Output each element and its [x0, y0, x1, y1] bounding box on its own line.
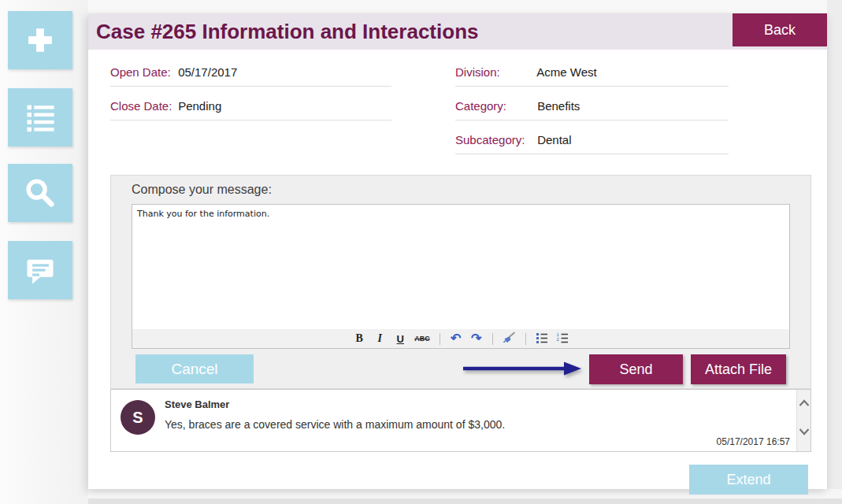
underline-icon: U [397, 333, 404, 345]
field-value: Benefits [537, 99, 580, 113]
brush-icon [503, 332, 516, 346]
toolbar-separator [440, 333, 440, 345]
numbered-list-icon: 12 [556, 332, 569, 346]
chevron-up-icon [799, 398, 810, 410]
bold-button[interactable]: B [351, 331, 367, 346]
page-footer-edge [0, 498, 842, 504]
field-value: 05/17/2017 [178, 65, 237, 79]
message-author: Steve Balmer [165, 398, 229, 410]
sidebar-item-add[interactable] [8, 11, 72, 69]
format-brush-button[interactable] [501, 331, 517, 346]
field-row-category: Category: Benefits [455, 94, 729, 120]
list-icon [23, 100, 57, 135]
case-detail-page: Case #265 Information and Interactions B… [0, 0, 842, 504]
underline-button[interactable]: U [392, 331, 408, 346]
page-background-right [827, 0, 842, 504]
redo-icon: ↷ [471, 332, 481, 345]
field-row-subcategory: Subcategory: Dental [455, 128, 729, 154]
toolbar-separator [492, 333, 493, 345]
bullet-list-icon [536, 332, 548, 346]
strikethrough-button[interactable]: ABC [413, 331, 432, 346]
case-card: Case #265 Information and Interactions B… [88, 13, 827, 489]
sidebar-item-messages[interactable] [8, 241, 72, 299]
editor-toolbar: B I U ABC ↶ ↷ [132, 329, 790, 349]
message-text: Yes, braces are a covered service with a… [165, 418, 505, 431]
back-button[interactable]: Back [733, 13, 827, 46]
send-button[interactable]: Send [589, 354, 683, 384]
message-scrollbar[interactable] [796, 390, 810, 451]
toolbar-separator [525, 333, 526, 345]
extend-button[interactable]: Extend [689, 465, 808, 495]
sidebar-item-case-list[interactable] [8, 88, 72, 146]
undo-icon: ↶ [451, 332, 461, 345]
svg-text:2: 2 [556, 337, 559, 342]
field-value: Acme West [536, 65, 596, 79]
sidebar [0, 0, 88, 504]
compose-panel: Compose your message: Thank you for the … [110, 175, 811, 389]
field-label: Close Date: [110, 94, 175, 118]
strikethrough-icon: ABC [414, 335, 430, 343]
case-header: Case #265 Information and Interactions [88, 13, 827, 50]
bullet-list-button[interactable] [534, 331, 550, 346]
cancel-button[interactable]: Cancel [135, 354, 254, 384]
page-title: Case #265 Information and Interactions [96, 13, 478, 50]
chevron-down-icon [799, 426, 810, 438]
field-row-open-date: Open Date: 05/17/2017 [110, 61, 391, 87]
message-timestamp: 05/17/2017 16:57 [717, 436, 790, 447]
attach-file-button[interactable]: Attach File [691, 354, 786, 384]
avatar: S [121, 400, 155, 435]
search-icon [23, 176, 57, 210]
plus-icon [23, 23, 57, 57]
scroll-up-button[interactable] [797, 396, 811, 410]
sidebar-item-search[interactable] [8, 164, 72, 222]
italic-icon: I [378, 332, 382, 345]
interaction-list: S Steve Balmer Yes, braces are a covered… [110, 389, 811, 452]
message-editor[interactable]: Thank you for the information. [132, 204, 790, 330]
field-label: Category: [455, 94, 534, 118]
undo-button[interactable]: ↶ [448, 331, 464, 346]
field-row-division: Division: Acme West [455, 61, 729, 87]
field-label: Division: [455, 61, 534, 84]
compose-label: Compose your message: [132, 183, 272, 197]
numbered-list-button[interactable]: 12 [555, 331, 570, 346]
bold-icon: B [356, 332, 363, 345]
redo-button[interactable]: ↷ [469, 331, 484, 346]
field-label: Subcategory: [455, 128, 534, 152]
field-value: Pending [178, 99, 221, 113]
field-value: Dental [537, 133, 571, 146]
italic-button[interactable]: I [372, 331, 388, 346]
chat-icon [23, 253, 57, 287]
field-row-close-date: Close Date: Pending [110, 94, 391, 120]
field-label: Open Date: [110, 61, 175, 84]
scroll-down-button[interactable] [797, 424, 811, 439]
